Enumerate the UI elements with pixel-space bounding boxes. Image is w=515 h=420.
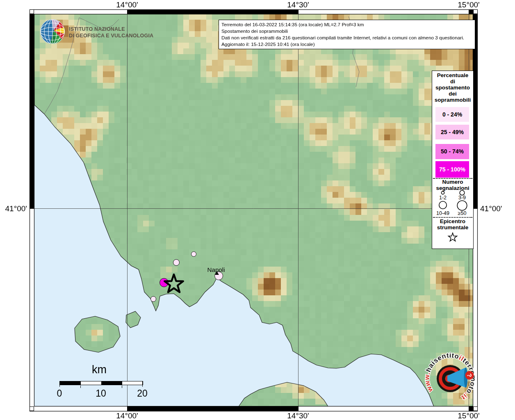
haisentitoilterremoto-logo: www.haisentitoilterremoto.it ? <box>418 342 490 416</box>
ingv-branding: ISTITUTO NAZIONALE DI GEOFISICA E VULCAN… <box>39 18 174 47</box>
legend-title-line: dei <box>432 91 473 97</box>
legend-reports-title-line: Numero <box>432 179 473 185</box>
legend-epicenter-star-icon <box>447 231 459 243</box>
legend-swatch-50-74: 50 - 74% <box>435 144 469 159</box>
scale-bar-strip <box>59 381 143 385</box>
legend-box: Percentuale di spostamento dei soprammob… <box>432 71 474 249</box>
legend-size-label-50: ≥50 <box>452 211 472 216</box>
legend-title-line: di <box>432 79 473 85</box>
scale-bar-tick <box>80 386 81 388</box>
scale-bar: km 0 10 20 <box>53 363 152 401</box>
ingv-name-line2: DI GEOFISICA E VULCANOLOGIA <box>69 32 153 39</box>
scale-bar-tick <box>122 386 123 388</box>
legend-swatch-25-49: 25 - 49% <box>435 125 469 139</box>
legend-epicenter-title-line: Epicentro <box>432 219 473 225</box>
city-label: Napoli <box>203 266 229 273</box>
axis-tick-right-1: 41°00' <box>480 204 509 213</box>
info-line-updated: Aggiornato il: 15-12-2025 10:41 (ora loc… <box>221 41 472 48</box>
legend-swatch-0-24: 0 - 24% <box>435 107 469 122</box>
legend-size-label-3-9: 3-9 <box>452 195 472 201</box>
legend-divider <box>433 217 472 218</box>
legend-title-line: spostamento <box>432 85 473 91</box>
map-page: 14°00' 14°30' 15°00' 14°00' 14°30' 15°00… <box>0 0 515 420</box>
axis-tick-top-3: 15°00' <box>448 0 489 9</box>
scale-bar-tick <box>59 381 60 387</box>
axis-tick-bottom-1: 14°00' <box>107 411 148 420</box>
info-line-effect: Spostamento dei soprammobili <box>221 28 472 34</box>
legend-size-label-10-49: 10-49 <box>433 211 453 216</box>
watermark-text-segment: www. <box>423 371 434 394</box>
axis-tick-bottom-2: 14°30' <box>278 411 319 420</box>
legend-title-line: soprammobili <box>432 97 473 103</box>
scale-bar-unit: km <box>53 363 145 376</box>
legend-epicenter-title-line: strumentale <box>432 225 473 231</box>
scale-bar-tick <box>142 381 143 387</box>
legend-size-label-1-2: 1-2 <box>433 195 453 201</box>
ingv-name-line1: ISTITUTO NAZIONALE <box>69 26 153 32</box>
axis-tick-left-1: 41°00' <box>2 204 27 213</box>
earthquake-info-box: Terremoto del 16-03-2022 15:14:35 (ora l… <box>219 20 475 49</box>
info-line-event: Terremoto del 16-03-2022 15:14:35 (ora l… <box>221 21 472 28</box>
legend-title-line: Percentuale <box>432 73 473 79</box>
ingv-globe-logo-icon <box>39 18 66 45</box>
legend-swatch-75-100: 75 - 100% <box>435 161 469 178</box>
axis-tick-top-1: 14°00' <box>107 0 148 9</box>
scale-bar-number-20: 20 <box>134 388 150 399</box>
info-line-source: Dati non verificati estratti da 216 ques… <box>221 34 472 41</box>
axis-tick-top-2: 14°30' <box>278 0 319 9</box>
scale-bar-number-10: 10 <box>93 388 109 399</box>
scale-bar-number-0: 0 <box>51 388 68 399</box>
